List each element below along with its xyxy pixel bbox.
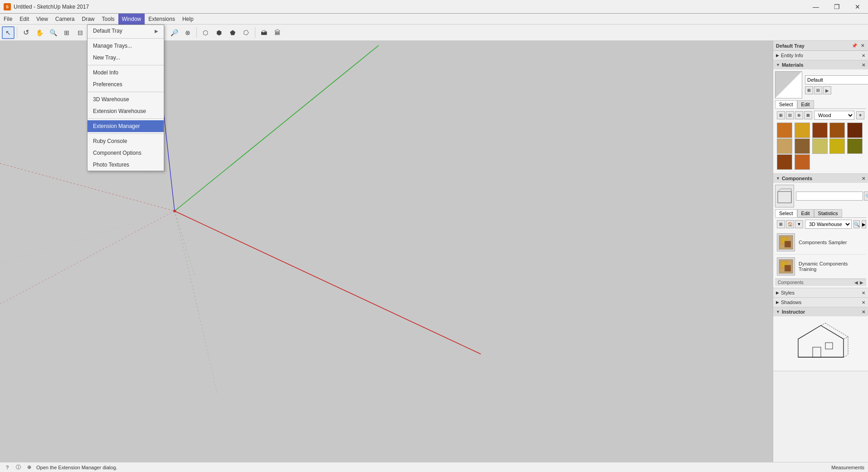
comp-filter-btn3[interactable]: ▼: [795, 220, 803, 228]
instructor-header[interactable]: ▼ Instructor ✕: [773, 307, 868, 316]
shadows-header[interactable]: ▶ Shadows ✕: [773, 298, 868, 307]
comp-filter-btn1[interactable]: ⊞: [777, 220, 785, 228]
menu-file[interactable]: File: [0, 14, 16, 25]
mat-filter-btn3[interactable]: ⊛: [795, 111, 803, 119]
mat-btn-2[interactable]: ⊟: [814, 86, 822, 94]
tool-zoom[interactable]: 🔍: [47, 26, 59, 39]
mat-preview-right: + ⊞ ⊟ ▶: [805, 75, 868, 94]
sep5: [196, 27, 197, 38]
mat-swatch-12[interactable]: [795, 154, 810, 170]
tool-solid3[interactable]: ⬟: [226, 26, 239, 39]
minimize-button[interactable]: —: [805, 0, 826, 14]
comp-tab-statistics[interactable]: Statistics: [814, 209, 842, 217]
mat-filter-btn4[interactable]: ⊠: [804, 111, 812, 119]
comp-search-go[interactable]: 🔍: [853, 220, 860, 228]
comp-tab-edit[interactable]: Edit: [797, 209, 814, 217]
tool-solid4[interactable]: ⭔: [240, 26, 253, 39]
mat-swatch-11[interactable]: [777, 154, 792, 170]
comp-search-button[interactable]: 🔍: [864, 192, 868, 201]
menu-help[interactable]: Help: [179, 14, 197, 25]
mat-swatch-6[interactable]: [777, 138, 792, 154]
menu-photo-textures[interactable]: Photo Textures: [88, 159, 164, 171]
status-icon-info[interactable]: ⓘ: [15, 464, 22, 471]
styles-close[interactable]: ✕: [862, 290, 865, 295]
tool-solid1[interactable]: ⬡: [199, 26, 212, 39]
menu-draw[interactable]: Draw: [78, 14, 98, 25]
status-icon-geo[interactable]: ⊕: [25, 464, 33, 471]
shadows-close[interactable]: ✕: [862, 300, 865, 305]
mat-swatch-9[interactable]: [829, 138, 845, 154]
menu-window[interactable]: Window: [118, 14, 145, 25]
instructor-close[interactable]: ✕: [862, 310, 865, 315]
mat-name-input[interactable]: [805, 75, 868, 84]
comp-filter-btn2[interactable]: 🏠: [786, 220, 794, 228]
close-button[interactable]: ✕: [847, 0, 868, 14]
comp-warehouse-select[interactable]: 3D Warehouse: [805, 220, 852, 229]
mat-swatch-10[interactable]: [847, 138, 863, 154]
menu-camera[interactable]: Camera: [52, 14, 78, 25]
tray-close[interactable]: ✕: [860, 43, 865, 48]
menu-model-info[interactable]: Model Info: [88, 67, 164, 79]
menu-tools[interactable]: Tools: [98, 14, 118, 25]
mat-btn-1[interactable]: ⊞: [805, 86, 813, 94]
menu-view[interactable]: View: [33, 14, 52, 25]
tool-zoom-window[interactable]: ⊟: [74, 26, 87, 39]
tool-search[interactable]: 🔎: [168, 26, 180, 39]
comp-item-dynamic[interactable]: Dynamic Components Training: [775, 255, 866, 279]
mat-swatch-8[interactable]: [812, 138, 828, 154]
status-icon-help[interactable]: ?: [4, 464, 11, 471]
menu-extensions[interactable]: Extensions: [145, 14, 179, 25]
comp-arrow-left[interactable]: ◀: [854, 280, 858, 285]
mat-swatch-7[interactable]: [795, 138, 810, 154]
styles-header[interactable]: ▶ Styles ✕: [773, 288, 868, 297]
tool-solid2[interactable]: ⬢: [213, 26, 225, 39]
tray-pin[interactable]: 📌: [851, 43, 858, 48]
mat-category-select[interactable]: Wood Brick Stone Metal: [814, 111, 854, 120]
comp-search-input[interactable]: [796, 192, 863, 201]
menu-edit[interactable]: Edit: [16, 14, 33, 25]
mat-tab-select[interactable]: Select: [775, 100, 797, 108]
tool-intersect[interactable]: ⊗: [181, 26, 194, 39]
tool-orbit[interactable]: ↺: [20, 26, 32, 39]
components-header[interactable]: ▼ Components ✕: [773, 174, 868, 183]
entity-info-header[interactable]: ▶ Entity Info ✕: [773, 51, 868, 60]
comp-item-sampler[interactable]: Components Sampler: [775, 231, 866, 255]
mat-swatch-3[interactable]: [812, 123, 828, 138]
materials-content: + ⊞ ⊟ ▶ Select Edit ⊞ ⊟: [773, 69, 868, 173]
mat-filter-btn1[interactable]: ⊞: [777, 111, 785, 119]
mat-btn-3[interactable]: ▶: [823, 86, 831, 94]
comp-tab-select[interactable]: Select: [775, 209, 797, 217]
mat-swatch-1[interactable]: [777, 123, 792, 138]
materials-header[interactable]: ▼ Materials ✕: [773, 60, 868, 69]
menu-new-tray[interactable]: New Tray...: [88, 52, 164, 64]
materials-close[interactable]: ✕: [862, 63, 865, 68]
tool-select[interactable]: ↖: [2, 26, 15, 39]
mat-tab-edit[interactable]: Edit: [797, 100, 814, 108]
menu-manage-trays[interactable]: Manage Trays...: [88, 40, 164, 52]
mat-swatch-5[interactable]: [847, 123, 863, 138]
menu-extension-warehouse[interactable]: Extension Warehouse: [88, 105, 164, 117]
menu-extension-manager[interactable]: Extension Manager: [88, 120, 164, 132]
maximize-button[interactable]: ❐: [826, 0, 847, 14]
tool-zoom-fit[interactable]: ⊞: [60, 26, 73, 39]
shadows-section: ▶ Shadows ✕: [773, 298, 868, 307]
tool-warehouse[interactable]: 🏛: [271, 26, 284, 39]
menu-3d-warehouse[interactable]: 3D Warehouse: [88, 93, 164, 105]
mat-filter-btn2[interactable]: ⊟: [786, 111, 794, 119]
menu-preferences[interactable]: Preferences: [88, 79, 164, 90]
mat-swatch-4[interactable]: [829, 123, 845, 138]
tool-sandbox[interactable]: 🏔: [258, 26, 270, 39]
entity-info-close[interactable]: ✕: [862, 53, 865, 58]
tool-pan[interactable]: ✋: [33, 26, 46, 39]
menu-ruby-console[interactable]: Ruby Console: [88, 135, 164, 147]
comp-arrow-right[interactable]: ▶: [860, 280, 863, 285]
mat-swatch-2[interactable]: [795, 123, 810, 138]
components-close[interactable]: ✕: [862, 176, 865, 181]
menu-component-options[interactable]: Component Options: [88, 147, 164, 159]
comp-nav-go[interactable]: ▶: [862, 220, 866, 228]
menu-default-tray[interactable]: Default Tray ▶: [88, 25, 164, 37]
tray-controls: 📌 ✕: [851, 43, 865, 48]
materials-arrow: ▼: [776, 63, 780, 67]
mat-add-btn[interactable]: +: [856, 111, 864, 119]
tray-header: Default Tray 📌 ✕: [773, 41, 868, 51]
